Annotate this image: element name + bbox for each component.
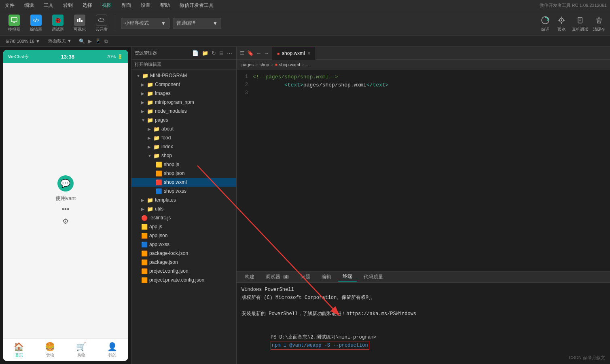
- menu-select[interactable]: 选择: [81, 1, 94, 10]
- tree-shop-wxss[interactable]: 🟦 shop.wxss: [131, 187, 236, 196]
- search-icon[interactable]: 🔍: [79, 38, 85, 44]
- tab-debugger[interactable]: 调试器 4: [261, 273, 294, 281]
- tab-terminal[interactable]: 终端: [338, 272, 357, 282]
- tree-app-js[interactable]: 🟨 app.js: [131, 222, 236, 231]
- menu-tools[interactable]: 工具: [42, 1, 55, 10]
- tree-shop-wxml[interactable]: 🟥 shop.wxml: [131, 178, 236, 187]
- preview-label: 预览: [557, 27, 566, 32]
- editor-breadcrumb: pages > shop > ■ shop.wxml > ...: [237, 60, 610, 69]
- tree-project-config[interactable]: 🟧 project.config.json: [131, 267, 236, 276]
- bookmark-icon[interactable]: 🔖: [247, 50, 254, 56]
- cloud-icon: [96, 15, 107, 26]
- tree-eslintrc[interactable]: 🔴 .eslintrc.js: [131, 213, 236, 222]
- tree-root[interactable]: ▼ 📁 MINI-PROGRAM: [131, 71, 236, 80]
- copy-icon[interactable]: ⧉: [104, 38, 108, 44]
- main-toolbar: 模拟器 编辑器 🐞 调试器 可视化: [0, 11, 610, 36]
- pages-folder-icon: 📁: [147, 117, 153, 123]
- tree-pages[interactable]: ▼ 📁 pages: [131, 116, 236, 124]
- compile-type-dropdown[interactable]: 普通编译 ▼: [173, 18, 221, 29]
- nav-home[interactable]: 🏠 首页: [3, 339, 34, 361]
- phone-icon[interactable]: 📱: [95, 38, 101, 44]
- cloud-button[interactable]: 云开发: [92, 13, 111, 34]
- simulator-button[interactable]: 模拟器: [5, 13, 23, 34]
- shop-folder-icon: 📁: [153, 153, 160, 159]
- menu-view[interactable]: 视图: [100, 1, 113, 10]
- menu-file[interactable]: 文件: [3, 1, 16, 10]
- menu-wechat-devtools[interactable]: 微信开发者工具: [178, 1, 215, 10]
- top-menu-bar: 文件 编辑 工具 转到 选择 视图 界面 设置 帮助 微信开发者工具 微信开发者…: [0, 0, 610, 11]
- tab-edit[interactable]: 编辑: [317, 273, 336, 281]
- shop-wxml-icon: 🟥: [156, 179, 162, 185]
- collapse-icon[interactable]: ⊟: [218, 49, 225, 57]
- new-folder-icon[interactable]: 📁: [201, 49, 209, 57]
- clear-cache-action[interactable]: 清缓存: [593, 15, 605, 32]
- play-icon[interactable]: ▶: [88, 38, 92, 44]
- tree-templates[interactable]: ▶ 📁 templates: [131, 196, 236, 204]
- tab-code-quality[interactable]: 代码质量: [359, 273, 388, 281]
- nav-food[interactable]: 🍔 食物: [34, 339, 66, 361]
- refresh-icon[interactable]: ↻: [211, 49, 217, 57]
- tree-package-json[interactable]: 🟧 package.json: [131, 258, 236, 267]
- nav-shop[interactable]: 🛒 购物: [66, 339, 97, 361]
- menu-interface[interactable]: 界面: [120, 1, 133, 10]
- shop-wxss-icon: 🟦: [156, 188, 162, 194]
- forward-icon[interactable]: →: [264, 50, 269, 56]
- breadcrumb-file[interactable]: shop.wxml: [279, 62, 300, 67]
- visualize-icon: [74, 15, 85, 26]
- editor-button[interactable]: 编辑器: [27, 13, 45, 34]
- tree-project-private-config[interactable]: 🟧 project.private.config.json: [131, 276, 236, 284]
- breadcrumb-shop[interactable]: shop: [259, 62, 269, 67]
- phone-content-inner: 💬 使用vant ••• ⚙: [55, 175, 76, 226]
- images-label: images: [155, 90, 171, 96]
- more-options[interactable]: •••: [62, 205, 70, 214]
- nav-shop-label: 购物: [77, 352, 85, 358]
- debugger-button[interactable]: 🐞 调试器: [49, 13, 67, 34]
- menu-help[interactable]: 帮助: [159, 1, 172, 10]
- menu-settings[interactable]: 设置: [139, 1, 152, 10]
- zoom-control[interactable]: 6/7/8 100% 16 ▼: [3, 38, 42, 44]
- tab-problems[interactable]: 问题: [296, 273, 315, 281]
- tree-shop-js[interactable]: 🟨 shop.js: [131, 160, 236, 169]
- tab-build[interactable]: 构建: [240, 273, 259, 281]
- bottom-panel: 构建 调试器 4 问题 编辑 终端 代码质量 Windows PowerShel…: [237, 271, 610, 364]
- tree-index[interactable]: ▶ 📁 index: [131, 142, 236, 151]
- phone-status-bar: WeChat令 13:38 70% 🔋: [3, 50, 128, 63]
- menu-goto[interactable]: 转到: [61, 1, 74, 10]
- tree-component[interactable]: ▶ 📁 Component: [131, 80, 236, 89]
- terminal-content[interactable]: Windows PowerShell 版权所有 (C) Microsoft Co…: [237, 283, 610, 364]
- tree-miniprogram-npm[interactable]: ▶ 📁 miniprogram_npm: [131, 98, 236, 107]
- visualize-button[interactable]: 可视化: [70, 13, 89, 34]
- tree-food[interactable]: ▶ 📁 food: [131, 133, 236, 142]
- sidebar-toggle-icon[interactable]: ☰: [240, 50, 245, 56]
- nav-me[interactable]: 👤 我的: [97, 339, 128, 361]
- real-debug-action[interactable]: 真机调试: [572, 15, 588, 32]
- preview-action[interactable]: 预览: [556, 15, 567, 32]
- tree-node-modules[interactable]: ▶ 📁 node_modules: [131, 107, 236, 116]
- tree-package-lock[interactable]: 🟧 package-lock.json: [131, 249, 236, 258]
- tree-app-wxss[interactable]: 🟦 app.wxss: [131, 240, 236, 249]
- hotshot-control[interactable]: 热面截关 ▼: [46, 37, 74, 45]
- settings-icon[interactable]: ⚙: [62, 217, 69, 226]
- code-area[interactable]: 1 <!--pages/shop/shop.wxml--> 2 <text>pa…: [237, 69, 610, 271]
- breadcrumb-pages[interactable]: pages: [241, 62, 254, 67]
- ellipsis-icon[interactable]: ⋯: [226, 49, 233, 57]
- cloud-label: 云开发: [95, 27, 108, 32]
- breadcrumb-more[interactable]: ...: [306, 62, 309, 67]
- editor-tab-shop-wxml[interactable]: ■ shop.wxml ×: [272, 47, 316, 60]
- open-editors-label[interactable]: 打开的编辑器: [135, 61, 161, 67]
- tab-close-icon[interactable]: ×: [307, 50, 311, 57]
- tree-app-json[interactable]: 🟧 app.json: [131, 231, 236, 240]
- tree-images[interactable]: ▶ 📁 images: [131, 89, 236, 98]
- tree-shop[interactable]: ▼ 📁 shop: [131, 151, 236, 160]
- tree-about[interactable]: ▶ 📁 about: [131, 124, 236, 133]
- tree-utils[interactable]: ▶ 📁 utils: [131, 204, 236, 213]
- compile-action[interactable]: 编译: [540, 15, 551, 32]
- compile-mode-dropdown[interactable]: 小程序模式 ▼: [121, 18, 169, 29]
- tag-text-close: </text>: [366, 82, 389, 88]
- new-file-icon[interactable]: 📄: [191, 49, 199, 57]
- menu-edit[interactable]: 编辑: [23, 1, 36, 10]
- phone-time: 13:38: [61, 54, 74, 60]
- breadcrumb-file-icon: ■: [275, 62, 277, 67]
- tree-shop-json[interactable]: 🟧 shop.json: [131, 169, 236, 178]
- back-icon[interactable]: ←: [256, 50, 261, 56]
